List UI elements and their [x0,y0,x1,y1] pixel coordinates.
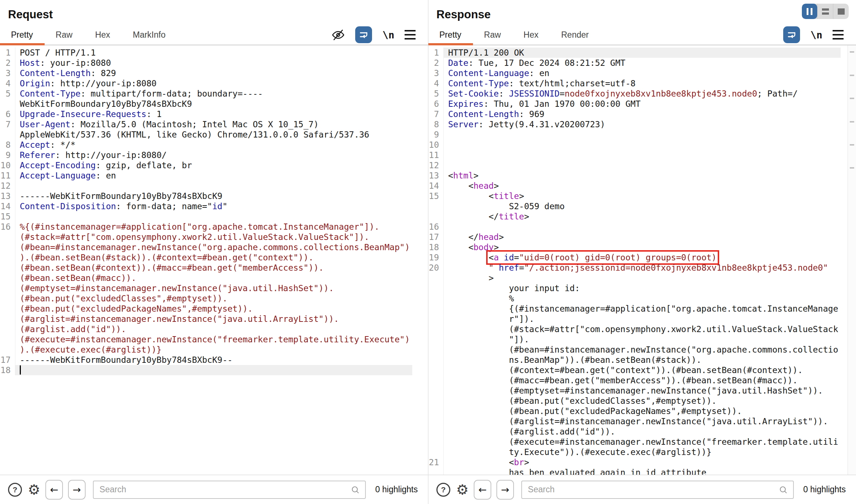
code-line: 5Content-Type: multipart/form-data; boun… [0,89,428,109]
code-line: 3Content-Length: 829 [0,68,428,78]
code-line: 2Host: your-ip:8080 [0,58,428,68]
line-number: 4 [428,78,444,89]
code-line: 14<head> [428,181,856,191]
line-number: 1 [428,48,444,58]
line-number: 16 [428,222,444,232]
code-line: 5Set-Cookie: JSESSIONID=node0fxojnyxeb8x… [428,89,856,99]
line-number: 15 [428,191,444,201]
code-line: 15<title> [428,191,856,201]
request-editor[interactable]: 1POST / HTTP/1.12Host: your-ip:80803Cont… [0,45,428,475]
tab-raw[interactable]: Raw [56,30,72,40]
message-editor: Request PrettyRawHexMarkInfo [0,0,856,504]
help-icon[interactable]: ? [8,483,22,497]
code-line: has ben evaluated again in id attribute [428,467,856,475]
response-editor[interactable]: 1HTTP/1.1 200 OK2Date: Tue, 17 Dec 2024 … [428,45,856,475]
code-line: 7Content-Length: 969 [428,109,856,119]
response-toolbar: \n [783,26,856,43]
line-number [428,293,444,457]
request-search-input[interactable] [99,484,350,495]
code-line: 21<br> [428,457,856,467]
line-number: 17 [0,355,15,365]
line-number: 15 [0,211,15,222]
code-line: 1HTTP/1.1 200 OK [428,48,856,58]
code-line: 10 [428,140,856,150]
help-icon[interactable]: ? [436,483,450,497]
hide-icon[interactable] [331,28,345,42]
code-line: 17------WebKitFormBoundary10yBby784sBXbc… [0,355,428,365]
code-line: 16 [428,222,856,232]
layout-split-vertical-button[interactable] [802,4,817,19]
line-number [428,211,444,222]
code-line: 18<body> [428,242,856,252]
menu-icon[interactable] [833,30,844,40]
code-line: 17</head> [428,232,856,242]
tab-pretty[interactable]: Pretty [11,30,33,40]
request-panel: Request PrettyRawHexMarkInfo [0,0,428,504]
line-number: 5 [428,89,444,99]
line-number [428,201,444,211]
code-line: 10Accept-Encoding: gzip, deflate, br [0,160,428,170]
line-number: 2 [428,58,444,68]
line-number: 16 [0,222,15,355]
tab-hex[interactable]: Hex [523,30,538,40]
code-line: 18 [0,365,428,375]
tab-pretty[interactable]: Pretty [439,30,461,40]
line-number [428,283,444,293]
line-number: 21 [428,457,444,467]
line-number: 12 [0,181,15,191]
code-line: 12 [428,160,856,170]
code-line: 1POST / HTTP/1.1 [0,48,428,58]
word-wrap-icon[interactable] [783,26,800,43]
code-line: 13------WebKitFormBoundary10yBby784sBXbc… [0,191,428,201]
tab-hex[interactable]: Hex [95,30,110,40]
word-wrap-icon[interactable] [355,26,372,43]
code-line: 4Content-Type: text/html;charset=utf-8 [428,78,856,89]
request-toolbar: \n [331,26,428,43]
response-search-input[interactable] [527,484,778,495]
layout-toggle-group [802,4,849,19]
layout-single-button[interactable] [833,4,849,19]
menu-icon[interactable] [405,30,416,40]
request-tabbar: PrettyRawHexMarkInfo [0,25,428,45]
layout-split-horizontal-button[interactable] [817,4,833,19]
gear-icon[interactable]: ⚙ [456,483,469,497]
code-line: 7User-Agent: Mozilla/5.0 (Macintosh; Int… [0,119,428,140]
line-number: 17 [428,232,444,242]
line-number: 19 [428,252,444,263]
code-line: 8Server: Jetty(9.4.31.v20200723) [428,119,856,129]
line-number: 9 [0,150,15,160]
prev-match-button[interactable]: ← [474,480,491,500]
code-line: S2-059 demo [428,201,856,211]
scroll-annotation-ruler[interactable] [848,45,856,475]
request-title: Request [0,0,428,25]
prev-match-button[interactable]: ← [45,480,63,500]
response-tabs: PrettyRawHexRender [439,30,611,40]
line-number: 4 [0,78,15,89]
line-number: 9 [428,129,444,140]
line-number: 7 [0,119,15,140]
line-number: 14 [0,201,15,211]
tab-render[interactable]: Render [561,30,589,40]
code-line: 9Referer: http://your-ip:8080/ [0,150,428,160]
newline-icon[interactable]: \n [810,29,822,41]
line-number: 3 [428,68,444,78]
code-line: 13<html> [428,170,856,181]
line-number: 11 [428,150,444,160]
code-line: 12 [0,181,428,191]
code-line: > [428,273,856,283]
line-number: 8 [0,140,15,150]
code-line: 4Origin: http://your-ip:8080 [0,78,428,89]
newline-icon[interactable]: \n [382,29,394,41]
tab-raw[interactable]: Raw [484,30,501,40]
line-number: 11 [0,170,15,181]
code-line: %{(#instancemanager=#application["org.ap… [428,293,856,457]
line-number: 10 [428,140,444,150]
code-line: 20" href="/.action;jsessionid=node0fxojn… [428,263,856,273]
response-panel: Response PrettyRawHexRender \n 1HTTP/1 [428,0,856,504]
gear-icon[interactable]: ⚙ [28,483,40,497]
request-tabs: PrettyRawHexMarkInfo [11,30,188,40]
tab-markinfo[interactable]: MarkInfo [133,30,165,40]
next-match-button[interactable]: → [68,480,86,500]
next-match-button[interactable]: → [496,480,514,500]
line-number: 7 [428,109,444,119]
